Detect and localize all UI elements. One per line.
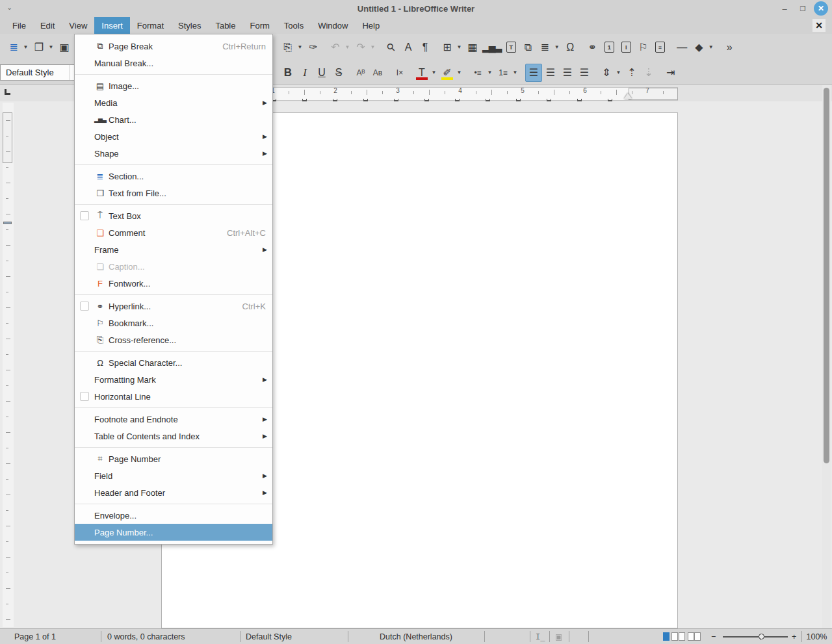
word-count-status[interactable]: 0 words, 0 characters (107, 629, 185, 644)
italic-icon[interactable]: I (296, 64, 313, 82)
document-modified-icon[interactable]: ▣ (555, 629, 562, 644)
menu-insert[interactable]: Insert (94, 17, 130, 34)
menu-item-special-character[interactable]: ΩSpecial Character... (75, 354, 272, 371)
single-page-view-icon[interactable] (663, 632, 670, 641)
clear-formatting-icon[interactable]: I× (391, 64, 408, 82)
increase-paragraph-spacing-icon[interactable]: ⇡ (623, 64, 640, 82)
highlight-color-icon[interactable]: ✐ (439, 64, 456, 82)
menu-format[interactable]: Format (130, 17, 171, 34)
menu-item-header-and-footer[interactable]: Header and Footer▶ (75, 484, 272, 501)
redo-dropdown-icon[interactable]: ▼ (369, 38, 376, 57)
open-icon[interactable]: ❒ (31, 38, 47, 57)
insert-footnote-icon[interactable]: 1 (601, 38, 618, 57)
redo-icon[interactable]: ↷ (352, 38, 369, 57)
page-style-status[interactable]: Default Style (246, 629, 292, 644)
highlight-color-dropdown-icon[interactable]: ▼ (456, 64, 463, 82)
menu-file[interactable]: File (5, 17, 33, 34)
menu-form[interactable]: Form (242, 17, 276, 34)
menu-item-object[interactable]: Object▶ (75, 128, 272, 145)
basic-shapes-icon[interactable]: ◆ (690, 38, 707, 57)
menu-item-field[interactable]: Field▶ (75, 467, 272, 484)
tab-stop-type-selector[interactable] (5, 89, 10, 95)
insert-special-character-icon[interactable]: Ω (562, 38, 578, 57)
subscript-icon[interactable]: Aʙ (369, 64, 386, 82)
close-document-button[interactable]: ✕ (812, 19, 826, 32)
view-layout-icon[interactable]: ≣ (5, 38, 22, 57)
multi-page-view-icon[interactable] (671, 632, 686, 641)
justify-icon[interactable]: ☰ (576, 64, 593, 82)
line-spacing-icon[interactable]: ⇕ (598, 64, 615, 82)
menu-item-text-from-file[interactable]: ❒Text from File... (75, 185, 272, 201)
font-color-dropdown-icon[interactable]: ▼ (430, 64, 437, 82)
menu-tools[interactable]: Tools (277, 17, 311, 34)
menu-item-horizontal-line[interactable]: Horizontal Line (75, 388, 272, 405)
book-view-icon[interactable] (688, 632, 701, 641)
bullet-list-dropdown-icon[interactable]: ▼ (486, 64, 493, 82)
insert-section-dropdown-icon[interactable]: ▼ (553, 38, 560, 57)
insert-hyperlink-icon[interactable]: ⚭ (584, 38, 601, 57)
menu-item-page-number[interactable]: Page Number... (75, 524, 272, 541)
insert-mode-icon[interactable]: I_ (536, 629, 545, 644)
menu-item-image[interactable]: ▤Image... (75, 77, 272, 94)
insert-cross-reference-icon[interactable]: ≡ (651, 38, 668, 57)
zoom-out-button[interactable]: − (711, 629, 716, 644)
underline-icon[interactable]: U (313, 64, 330, 82)
language-status[interactable]: Dutch (Netherlands) (348, 629, 484, 644)
bold-icon[interactable]: B (280, 64, 296, 82)
vertical-scrollbar[interactable] (822, 85, 831, 628)
menu-edit[interactable]: Edit (33, 17, 62, 34)
menu-item-fontwork[interactable]: FFontwork... (75, 275, 272, 292)
menu-item-footnote-and-endnote[interactable]: Footnote and Endnote▶ (75, 411, 272, 428)
clone-formatting-icon[interactable]: ✑ (305, 38, 322, 57)
increase-indent-icon[interactable]: ⇥ (662, 64, 679, 82)
decrease-paragraph-spacing-icon[interactable]: ⇣ (640, 64, 657, 82)
basic-shapes-dropdown-icon[interactable]: ▼ (707, 38, 714, 57)
toolbar-overflow-icon[interactable]: » (721, 38, 738, 57)
right-indent-marker[interactable] (624, 93, 632, 99)
numbered-list-dropdown-icon[interactable]: ▼ (512, 64, 519, 82)
spelling-icon[interactable]: A (400, 38, 417, 57)
menu-view[interactable]: View (62, 17, 94, 34)
undo-dropdown-icon[interactable]: ▼ (344, 38, 351, 57)
menu-item-bookmark[interactable]: ⚐Bookmark... (75, 315, 272, 331)
menu-item-hyperlink[interactable]: ⚭Hyperlink...Ctrl+K (75, 298, 272, 315)
menu-item-table-of-contents-and-index[interactable]: Table of Contents and Index▶ (75, 428, 272, 444)
menu-item-cross-reference[interactable]: ⎘Cross-reference... (75, 331, 272, 348)
menu-item-frame[interactable]: Frame▶ (75, 241, 272, 258)
view-layout-dropdown-icon[interactable]: ▼ (22, 38, 29, 57)
insert-text-box-icon[interactable]: T (502, 38, 519, 57)
menu-item-manual-break[interactable]: Manual Break... (75, 55, 272, 71)
scrollbar-thumb[interactable] (824, 88, 829, 463)
align-right-icon[interactable]: ☰ (559, 64, 576, 82)
zoom-in-button[interactable]: + (792, 629, 796, 644)
menu-item-chart[interactable]: ▂▅▃Chart... (75, 111, 272, 128)
superscript-icon[interactable]: Aᴮ (352, 64, 369, 82)
minimize-button[interactable]: – (777, 1, 792, 16)
page-count-status[interactable]: Page 1 of 1 (14, 629, 56, 644)
horizontal-line-icon[interactable]: — (673, 38, 690, 57)
insert-table-icon[interactable]: ⊞ (439, 38, 456, 57)
menu-item-media[interactable]: Media▶ (75, 94, 272, 111)
menu-item-comment[interactable]: ❑CommentCtrl+Alt+C (75, 224, 272, 241)
menu-item-page-number[interactable]: ⌗Page Number (75, 450, 272, 467)
insert-table-dropdown-icon[interactable]: ▼ (456, 38, 463, 57)
menu-item-shape[interactable]: Shape▶ (75, 145, 272, 162)
paste-dropdown-icon[interactable]: ▼ (296, 38, 304, 57)
align-left-icon[interactable]: ☰ (525, 64, 542, 82)
menu-item-section[interactable]: ≣Section... (75, 168, 272, 185)
menu-item-formatting-mark[interactable]: Formatting Mark▶ (75, 371, 272, 388)
menu-item-page-break[interactable]: ⧉Page BreakCtrl+Return (75, 38, 272, 55)
menu-table[interactable]: Table (208, 17, 242, 34)
zoom-slider[interactable] (719, 629, 792, 644)
bullet-list-icon[interactable]: •≡ (469, 64, 486, 82)
insert-page-break-icon[interactable]: ⧉ (519, 38, 536, 57)
insert-image-icon[interactable]: ▦ (464, 38, 481, 57)
font-color-icon[interactable]: T (413, 64, 430, 82)
insert-endnote-icon[interactable]: i (618, 38, 634, 57)
line-spacing-dropdown-icon[interactable]: ▼ (615, 64, 622, 82)
menu-help[interactable]: Help (355, 17, 387, 34)
align-center-icon[interactable]: ☰ (542, 64, 559, 82)
insert-bookmark-icon[interactable]: ⚐ (634, 38, 651, 57)
insert-chart-icon[interactable]: ▂▅▃ (481, 38, 502, 57)
zoom-slider-knob[interactable] (759, 634, 764, 639)
